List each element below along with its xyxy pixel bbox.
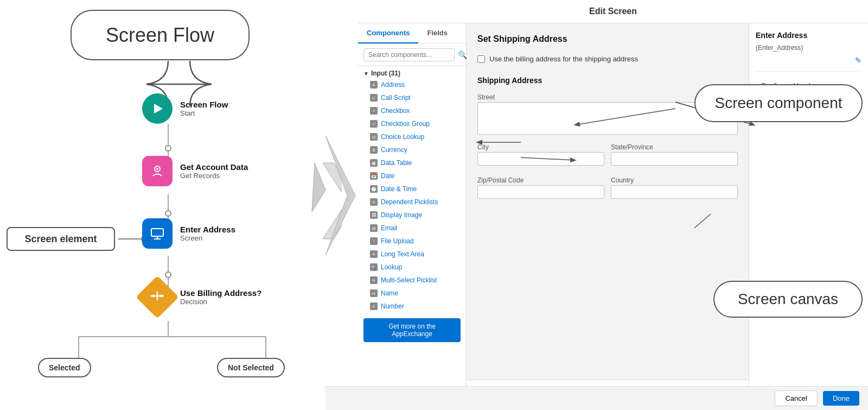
component-file-upload[interactable]: ↑ File Upload <box>358 235 466 248</box>
tab-components[interactable]: Components <box>358 23 418 43</box>
canvas-area: Set Shipping Address Use the billing add… <box>467 23 749 380</box>
component-long-text-area[interactable]: ≡ Long Text Area <box>358 248 466 261</box>
multi-select-icon: ≡ <box>370 276 378 284</box>
decision-diamond-wrapper <box>142 282 173 312</box>
tab-fields[interactable]: Fields <box>418 23 456 43</box>
component-email[interactable]: @ Email <box>358 222 466 235</box>
choice-lookup-icon: ◎ <box>370 133 378 141</box>
svg-marker-28 <box>326 136 355 255</box>
appexchange-button[interactable]: Get more on the AppExchange <box>363 318 461 342</box>
prop-divider <box>756 71 861 72</box>
node-enter-address: Enter Address Screen <box>142 218 235 249</box>
country-label: Country <box>611 176 738 184</box>
enter-node-text: Enter Address Screen <box>180 225 235 242</box>
decision-diamond-inner <box>151 292 164 302</box>
prop-title: Enter Address <box>756 31 861 40</box>
cancel-button[interactable]: Cancel <box>775 390 817 406</box>
billing-checkbox-row: Use the billing address for the shipping… <box>477 55 738 63</box>
screen-canvas-callout: Screen canvas <box>713 281 863 318</box>
country-field-group: Country <box>611 176 738 199</box>
canvas-wrapper: Set Shipping Address Use the billing add… <box>467 23 749 410</box>
get-node-text: Get Account Data Get Records <box>180 162 248 180</box>
email-icon: @ <box>370 224 378 232</box>
component-date[interactable]: 📅 Date <box>358 169 466 182</box>
currency-icon: $ <box>370 146 378 154</box>
data-table-icon: ▦ <box>370 159 378 167</box>
component-checkbox-group[interactable]: ✓ Checkbox Group <box>358 117 466 130</box>
node-decision: Use Billing Address? Decision <box>142 282 261 312</box>
svg-marker-27 <box>151 294 154 298</box>
dependent-picklists-icon: ≡ <box>370 198 378 206</box>
address-icon: A <box>370 81 378 89</box>
properties-panel: Enter Address (Enter_Address) ✎ › Config… <box>749 23 868 410</box>
number-icon: # <box>370 302 378 310</box>
zip-field-group: Zip/Postal Code <box>477 176 604 199</box>
screen-element-label: Screen element <box>24 234 97 245</box>
component-name[interactable]: N Name <box>358 287 466 300</box>
city-field-group: City <box>477 143 604 166</box>
display-image-icon: 🖼 <box>370 211 378 219</box>
component-choice-lookup[interactable]: ◎ Choice Lookup <box>358 130 466 143</box>
state-input[interactable] <box>611 152 738 166</box>
screen-element-callout: Screen element <box>7 227 115 251</box>
screen-icon <box>142 218 173 249</box>
svg-point-8 <box>165 272 171 277</box>
long-text-icon: ≡ <box>370 250 378 258</box>
node-start: Screen Flow Start <box>142 93 228 124</box>
search-input[interactable] <box>363 48 455 61</box>
svg-point-2 <box>165 146 171 151</box>
start-icon <box>142 93 173 124</box>
checkbox-icon: ✓ <box>370 107 378 115</box>
modal-bottom-bar: Cancel Done <box>326 386 868 410</box>
date-icon: 📅 <box>370 172 378 180</box>
state-label: State/Province <box>611 143 738 151</box>
start-node-text: Screen Flow Start <box>180 100 228 117</box>
call-script-icon: C <box>370 94 378 102</box>
component-display-image[interactable]: 🖼 Display Image <box>358 209 466 222</box>
lookup-icon: 🔍 <box>370 263 378 271</box>
search-bar: 🔍 <box>358 44 466 66</box>
city-state-row: City State/Province <box>477 143 738 166</box>
component-data-table[interactable]: ▦ Data Table <box>358 156 466 169</box>
city-input[interactable] <box>477 152 604 166</box>
file-upload-icon: ↑ <box>370 237 378 245</box>
component-group-label: ▼ Input (31) <box>358 66 466 78</box>
outcome-selected: Selected <box>38 358 91 377</box>
component-lookup[interactable]: 🔍 Lookup <box>358 261 466 274</box>
component-address[interactable]: A Address <box>358 78 466 91</box>
billing-checkbox-label: Use the billing address for the shipping… <box>489 55 638 63</box>
name-icon: N <box>370 289 378 297</box>
screen-canvas-label: Screen canvas <box>738 291 838 308</box>
component-number[interactable]: # Number <box>358 300 466 313</box>
city-label: City <box>477 143 604 151</box>
component-currency[interactable]: $ Currency <box>358 143 466 156</box>
country-input[interactable] <box>611 185 738 199</box>
zip-label: Zip/Postal Code <box>477 176 604 184</box>
get-icon <box>142 156 173 186</box>
chevron-down-icon: ▼ <box>363 71 369 77</box>
zip-country-row: Zip/Postal Code Country <box>477 176 738 199</box>
flow-section: Screen Flow Screen Flow Start Get Accoun… <box>0 0 342 410</box>
component-call-script[interactable]: C Call Script <box>358 91 466 104</box>
decision-diamond <box>136 275 178 318</box>
component-multi-select-picklist[interactable]: ≡ Multi-Select Picklist <box>358 274 466 287</box>
edit-icon[interactable]: ✎ <box>855 56 861 65</box>
checkbox-group-icon: ✓ <box>370 120 378 128</box>
component-date-time[interactable]: 🕐 Date & Time <box>358 182 466 195</box>
zip-input[interactable] <box>477 185 604 199</box>
component-checkbox[interactable]: ✓ Checkbox <box>358 104 466 117</box>
modal-title: Edit Screen <box>589 7 637 16</box>
form-title: Set Shipping Address <box>477 34 738 44</box>
svg-marker-16 <box>154 104 163 113</box>
screen-flow-label: Screen Flow <box>71 10 250 60</box>
svg-marker-26 <box>161 294 164 298</box>
state-field-group: State/Province <box>611 143 738 166</box>
component-dependent-picklists[interactable]: ≡ Dependent Picklists <box>358 195 466 209</box>
modal-title-bar: Edit Screen <box>358 0 868 23</box>
date-time-icon: 🕐 <box>370 185 378 193</box>
done-button[interactable]: Done <box>823 391 859 406</box>
decision-node-text: Use Billing Address? Decision <box>180 288 261 306</box>
svg-point-5 <box>165 211 171 216</box>
modal: Edit Screen Components Fields 🔍 ▼ Input … <box>358 0 868 410</box>
billing-checkbox[interactable] <box>477 55 485 63</box>
